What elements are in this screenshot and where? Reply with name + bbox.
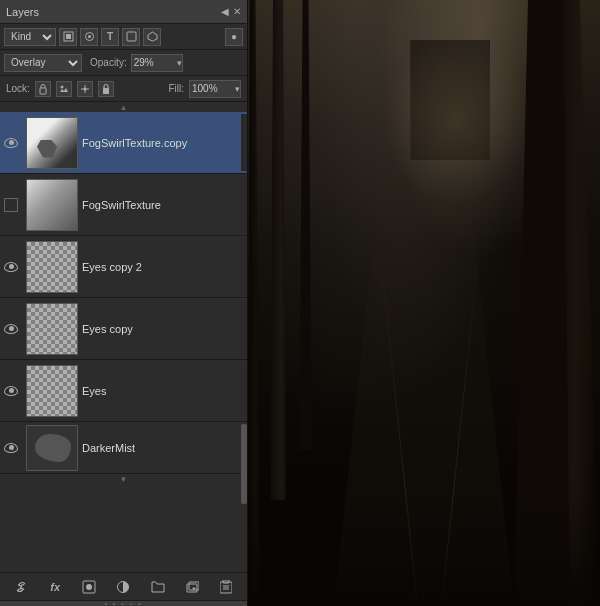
- panel-header-icons: ◀ ✕: [221, 6, 241, 17]
- svg-marker-5: [148, 32, 157, 41]
- layer-item[interactable]: Eyes copy: [0, 298, 247, 360]
- lock-position-icon[interactable]: [77, 81, 93, 97]
- layer-thumbnail: [26, 241, 78, 293]
- eye-icon: [4, 262, 18, 272]
- eye-icon: [4, 386, 18, 396]
- layer-visibility-toggle[interactable]: [0, 238, 22, 295]
- scrollbar-area: [241, 176, 247, 233]
- delete-layer-icon[interactable]: [216, 577, 236, 597]
- scrollbar-area: [241, 238, 247, 295]
- opacity-arrow-icon: ▾: [177, 58, 182, 68]
- blend-mode-select[interactable]: Overlay: [4, 54, 82, 72]
- layer-thumbnail: [26, 425, 78, 471]
- opacity-label: Opacity:: [90, 57, 127, 68]
- layers-panel: Layers ◀ ✕ Kind T ● Overla: [0, 0, 248, 606]
- layer-item[interactable]: FogSwirlTexture: [0, 174, 247, 236]
- scroll-bottom-indicator: ▼: [0, 474, 247, 484]
- svg-point-7: [60, 85, 63, 88]
- link-icon[interactable]: [11, 577, 31, 597]
- layer-item[interactable]: Eyes: [0, 360, 247, 422]
- new-group-icon[interactable]: [148, 577, 168, 597]
- opacity-value[interactable]: 29%: [132, 57, 177, 68]
- panel-header: Layers ◀ ✕: [0, 0, 247, 24]
- canvas-area: [248, 0, 600, 606]
- add-adjustment-icon[interactable]: [113, 577, 133, 597]
- filter-pixel-icon[interactable]: [59, 28, 77, 46]
- layer-item[interactable]: Eyes copy 2: [0, 236, 247, 298]
- layer-name: FogSwirlTexture: [82, 199, 241, 211]
- filter-row: Kind T ●: [0, 24, 247, 50]
- eye-icon: [4, 324, 18, 334]
- scrollbar-area: [241, 114, 247, 171]
- fill-label: Fill:: [168, 83, 184, 94]
- svg-rect-11: [103, 88, 109, 94]
- layer-visibility-toggle[interactable]: [0, 300, 22, 357]
- fill-arrow-icon: ▾: [235, 84, 240, 94]
- svg-rect-4: [127, 32, 136, 41]
- panel-toolbar: fx: [0, 572, 247, 600]
- filter-toggle-icon[interactable]: ●: [225, 28, 243, 46]
- close-icon[interactable]: ✕: [233, 6, 241, 17]
- layer-thumbnail: [26, 117, 78, 169]
- mode-row: Overlay Opacity: 29% ▾: [0, 50, 247, 76]
- scrollbar-area: [241, 362, 247, 419]
- scroll-top-indicator: ▲: [0, 102, 247, 112]
- new-layer-icon[interactable]: [182, 577, 202, 597]
- resize-handle-bottom[interactable]: • • • • •: [0, 600, 247, 606]
- fill-value[interactable]: 100%: [190, 83, 235, 94]
- lock-row: Lock: Fill: 100% ▾: [0, 76, 247, 102]
- layer-name: FogSwirlTexture.copy: [82, 137, 241, 149]
- lock-image-icon[interactable]: [56, 81, 72, 97]
- atmospheric-glow: [376, 30, 536, 210]
- layer-visibility-toggle[interactable]: [0, 176, 22, 233]
- scrollbar-area: [241, 300, 247, 357]
- fx-icon[interactable]: fx: [45, 577, 65, 597]
- layer-name: DarkerMist: [82, 442, 241, 454]
- layer-visibility-toggle[interactable]: [0, 114, 22, 171]
- svg-point-10: [83, 87, 86, 90]
- scrollbar-area: [241, 424, 247, 471]
- filter-shape-icon[interactable]: [122, 28, 140, 46]
- lock-label: Lock:: [6, 83, 30, 94]
- svg-point-3: [88, 35, 91, 38]
- add-mask-icon[interactable]: [79, 577, 99, 597]
- layer-thumbnail: [26, 179, 78, 231]
- layers-list: ▲ FogSwirlTexture.copy FogSwirlTexture: [0, 102, 247, 572]
- layer-name: Eyes copy 2: [82, 261, 241, 273]
- eye-icon: [4, 138, 18, 148]
- lock-all-icon[interactable]: [98, 81, 114, 97]
- collapse-icon[interactable]: ◀: [221, 6, 229, 17]
- scrollbar-thumb[interactable]: [241, 424, 247, 504]
- layer-item[interactable]: DarkerMist: [0, 422, 247, 474]
- layer-visibility-toggle[interactable]: [0, 362, 22, 419]
- svg-rect-6: [40, 88, 46, 94]
- eye-icon: [4, 443, 18, 453]
- svg-rect-1: [66, 34, 71, 39]
- layer-name: Eyes copy: [82, 323, 241, 335]
- filter-smart-icon[interactable]: [143, 28, 161, 46]
- visibility-empty-icon: [4, 198, 18, 212]
- layer-thumbnail: [26, 365, 78, 417]
- panel-title: Layers: [6, 6, 39, 18]
- layer-visibility-toggle[interactable]: [0, 424, 22, 471]
- filter-type-icon[interactable]: T: [101, 28, 119, 46]
- lock-transparent-icon[interactable]: [35, 81, 51, 97]
- svg-point-14: [86, 584, 92, 590]
- filter-adjustment-icon[interactable]: [80, 28, 98, 46]
- filter-kind-select[interactable]: Kind: [4, 28, 56, 46]
- scene-ground: [248, 486, 600, 606]
- layer-name: Eyes: [82, 385, 241, 397]
- svg-line-12: [20, 586, 22, 588]
- layer-thumbnail: [26, 303, 78, 355]
- layer-item[interactable]: FogSwirlTexture.copy: [0, 112, 247, 174]
